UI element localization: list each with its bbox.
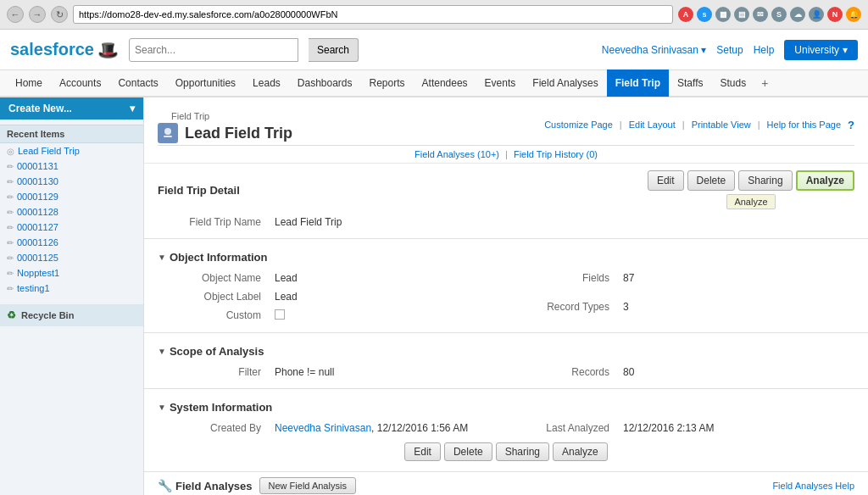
recent-item-icon-4: ✏ (7, 223, 14, 232)
nav-events[interactable]: Events (476, 70, 525, 97)
analyze-button[interactable]: Analyze (796, 170, 854, 191)
nav-contacts[interactable]: Contacts (109, 70, 166, 97)
fields-value: 87 (616, 269, 854, 298)
recent-item-3[interactable]: ✏ 00001128 (0, 204, 143, 220)
nav-leads[interactable]: Leads (244, 70, 289, 97)
help-page-link[interactable]: Help for this Page (767, 120, 841, 130)
field-analyses-help-link[interactable]: Field Analyses Help (772, 481, 854, 491)
custom-checkbox (268, 306, 506, 325)
field-trip-name-row: Field Trip Name Lead Field Trip (158, 213, 854, 231)
nav-reports[interactable]: Reports (361, 70, 414, 97)
field-trip-history-sublink[interactable]: Field Trip History (0) (514, 149, 598, 159)
recent-item-6[interactable]: ✏ 00001125 (0, 250, 143, 265)
setup-link[interactable]: Setup (716, 44, 743, 56)
field-analyses-header: 🔧 Field Analyses New Field Analysis Fiel… (144, 472, 868, 495)
created-by-link[interactable]: Neevedha Srinivasan (275, 422, 371, 434)
new-icon: N (827, 7, 843, 22)
custom-checkbox-icon[interactable] (275, 309, 285, 320)
nav-home[interactable]: Home (7, 70, 51, 97)
scope-right: Records 80 (506, 363, 854, 381)
nav-studs[interactable]: Studs (711, 70, 754, 97)
search-button[interactable]: Search (309, 38, 359, 62)
nav-opportunities[interactable]: Opportunities (167, 70, 244, 97)
university-button[interactable]: University ▾ (784, 40, 858, 60)
recycle-bin[interactable]: ♻ Recycle Bin (0, 304, 143, 326)
customize-page-link[interactable]: Customize Page (544, 120, 613, 130)
last-analyzed-value: 12/12/2016 2:13 AM (616, 419, 854, 437)
help-link[interactable]: Help (754, 44, 775, 56)
sf-mascot: 🎩 (97, 40, 119, 60)
help-circle-icon[interactable]: ? (848, 119, 854, 131)
system-left: Created By Neevedha Srinivasan, 12/12/20… (158, 419, 506, 437)
edit-button[interactable]: Edit (648, 170, 684, 191)
fields-label: Fields (506, 269, 616, 298)
records-label: Records (506, 363, 616, 381)
sf-logo: salesforce 🎩 (10, 40, 119, 60)
recent-item-8[interactable]: ✏ testing1 (0, 281, 143, 296)
recent-item-1[interactable]: ✏ 00001130 (0, 174, 143, 189)
back-button[interactable]: ← (7, 6, 24, 23)
user-ext-icon: 👤 (809, 7, 824, 22)
create-new-button[interactable]: Create New... ▾ (0, 97, 143, 120)
sys-analyze-button[interactable]: Analyze (553, 442, 608, 461)
delete-button[interactable]: Delete (687, 170, 736, 191)
nav-plus[interactable]: + (754, 76, 775, 90)
refresh-button[interactable]: ↻ (51, 6, 68, 23)
object-name-label: Object Name (158, 269, 268, 287)
custom-row: Custom (158, 306, 506, 325)
system-btn-row: Edit Delete Sharing Analyze (158, 442, 854, 461)
forward-button[interactable]: → (29, 6, 46, 23)
recent-item-2[interactable]: ✏ 00001129 (0, 189, 143, 204)
created-by-label: Created By (158, 419, 268, 437)
svg-rect-1 (164, 136, 172, 137)
field-analyses-sublink[interactable]: Field Analyses (10+) (415, 149, 499, 159)
last-analyzed-label: Last Analyzed (506, 419, 616, 437)
last-analyzed-row: Last Analyzed 12/12/2016 2:13 AM (506, 419, 854, 437)
printable-view-link[interactable]: Printable View (692, 120, 751, 130)
nav-dashboards[interactable]: Dashboards (289, 70, 361, 97)
recent-item-7[interactable]: ✏ Nopptest1 (0, 265, 143, 281)
grid2-icon: ▤ (734, 7, 749, 22)
sys-sharing-button[interactable]: Sharing (496, 442, 549, 461)
recent-item-4[interactable]: ✏ 00001127 (0, 220, 143, 235)
recent-item-0[interactable]: ✏ 00001131 (0, 159, 143, 174)
recent-item-icon-2: ✏ (7, 192, 14, 202)
field-trip-name-value: Lead Field Trip (268, 213, 854, 231)
bell-icon: 🔔 (846, 7, 861, 22)
new-field-analysis-button[interactable]: New Field Analysis (259, 477, 356, 494)
object-info-header: ▼ Object Information (158, 246, 854, 269)
breadcrumb: Field Trip (158, 104, 292, 121)
nav-field-trip[interactable]: Field Trip (607, 70, 669, 97)
edit-layout-link[interactable]: Edit Layout (629, 120, 676, 130)
object-info-left: Object Name Lead Object Label Lead Custo… (158, 269, 506, 325)
recent-item-icon-5: ✏ (7, 238, 14, 248)
svg-point-0 (164, 128, 171, 135)
recent-item-5[interactable]: ✏ 00001126 (0, 235, 143, 250)
custom-label: Custom (158, 306, 268, 325)
recent-item-icon: ◎ (7, 147, 14, 156)
nav-attendees[interactable]: Attendees (414, 70, 476, 97)
analyze-tooltip: Analyze (726, 194, 775, 209)
record-types-value: 3 (616, 298, 854, 326)
sys-edit-button[interactable]: Edit (404, 442, 441, 461)
object-info-right: Fields 87 Record Types 3 (506, 269, 854, 325)
url-bar[interactable] (73, 5, 673, 24)
nav-staffs[interactable]: Staffs (669, 70, 711, 97)
recent-item-lead-field-trip[interactable]: ◎ Lead Field Trip (0, 143, 143, 159)
nav-field-analyses[interactable]: Field Analyses (524, 70, 606, 97)
nav-accounts[interactable]: Accounts (51, 70, 109, 97)
browser-icons: A s ▦ ▤ ✉ S ☁ 👤 N 🔔 (678, 7, 861, 22)
browser-chrome: ← → ↻ A s ▦ ▤ ✉ S ☁ 👤 N 🔔 (0, 0, 868, 30)
scope-left: Filter Phone != null (158, 363, 506, 381)
search-input[interactable] (129, 38, 298, 62)
recent-item-icon-1: ✏ (7, 177, 14, 186)
sys-delete-button[interactable]: Delete (444, 442, 492, 461)
msg-icon: ✉ (753, 7, 768, 22)
page-title: Lead Field Trip (185, 125, 292, 142)
s-icon: S (771, 7, 787, 22)
sharing-button[interactable]: Sharing (738, 170, 792, 191)
recent-item-icon-0: ✏ (7, 162, 14, 171)
user-menu[interactable]: Neevedha Srinivasan ▾ (602, 44, 706, 56)
cloud-icon: ☁ (790, 7, 805, 22)
filter-row: Filter Phone != null (158, 363, 506, 381)
